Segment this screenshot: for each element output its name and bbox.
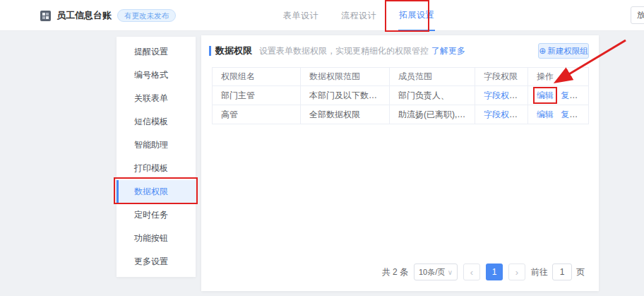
form-identity: 员工信息台账 有更改未发布 (40, 0, 176, 31)
next-page-button[interactable]: › (508, 264, 525, 280)
sidebar-item-print-template[interactable]: 打印模板 (117, 157, 196, 180)
sidebar-item-number-format[interactable]: 编号格式 (117, 64, 196, 87)
field-permission-details-link[interactable]: 字段权限详情 (484, 90, 528, 100)
cell-group-name: 部门主管 (213, 86, 301, 105)
cell-data-scope: 本部门及以下数据权限 (301, 86, 390, 105)
tab-extension-settings[interactable]: 拓展设置 (398, 0, 435, 31)
goto-page-group: 前往 页 (531, 264, 585, 280)
cell-field-perms: 字段权限详情 (475, 105, 528, 124)
header-field-perms: 字段权限 (475, 68, 528, 86)
field-permission-details-link[interactable]: 字段权限详情 (484, 109, 528, 119)
goto-label: 前往 (531, 266, 548, 278)
cell-actions: 编辑 复制 删除 (528, 105, 589, 124)
form-app-icon (40, 11, 51, 21)
table-row: 高管 全部数据权限 助流扬(已离职), 助流进, 助流... 字段权限详情 编辑… (213, 105, 589, 124)
section-description: 设置表单数据权限，实现更精细化的权限管控 (259, 45, 429, 57)
learn-more-link[interactable]: 了解更多 (431, 45, 465, 57)
header-group-name: 权限组名 (213, 68, 301, 86)
page-title: 员工信息台账 (56, 9, 112, 22)
sidebar-item-more-settings[interactable]: 更多设置 (117, 250, 196, 273)
settings-sidebar: 提醒设置 编号格式 关联表单 短信模板 智能助理 打印模板 数据权限 定时任务 … (117, 37, 196, 277)
cell-member-scope: 助流扬(已离职), 助流进, 助流... (390, 105, 475, 124)
tab-process-design[interactable]: 流程设计 (340, 0, 377, 31)
unpublished-changes-badge: 有更改未发布 (117, 9, 176, 22)
total-count-label: 共 2 条 (382, 266, 408, 278)
tab-bar: 表单设计 流程设计 拓展设置 (282, 0, 435, 31)
discard-button[interactable]: 放弃 (631, 6, 644, 24)
sidebar-item-data-permissions[interactable]: 数据权限 (117, 180, 196, 203)
plus-circle-icon: ⊕ (539, 46, 546, 56)
sidebar-item-reminder-settings[interactable]: 提醒设置 (117, 40, 196, 64)
data-permissions-panel: 数据权限 设置表单数据权限，实现更精细化的权限管控 了解更多 ⊕ 新建权限组 权… (201, 35, 599, 291)
sidebar-item-linked-forms[interactable]: 关联表单 (117, 87, 196, 110)
permission-groups-table: 权限组名 数据权限范围 成员范围 字段权限 操作 部门主管 本部门及以下数据权限… (212, 67, 589, 124)
edit-link[interactable]: 编辑 (537, 109, 554, 119)
prev-page-button[interactable]: ‹ (463, 264, 480, 280)
section-accent-bar (209, 46, 211, 56)
chevron-down-icon: ∨ (448, 268, 453, 276)
create-permission-group-button[interactable]: ⊕ 新建权限组 (538, 43, 589, 59)
goto-page-input[interactable] (552, 264, 572, 280)
sidebar-item-smart-assistant[interactable]: 智能助理 (117, 134, 196, 157)
chevron-left-icon: ‹ (470, 267, 473, 278)
create-button-label: 新建权限组 (547, 46, 588, 57)
table-header-row: 权限组名 数据权限范围 成员范围 字段权限 操作 (213, 68, 589, 86)
sidebar-item-sms-template[interactable]: 短信模板 (117, 110, 196, 134)
page-size-select[interactable]: 10条/页 ∨ (414, 264, 458, 280)
header-actions: 操作 (528, 68, 589, 86)
page-size-value: 10条/页 (419, 267, 445, 278)
delete-link[interactable]: 删除 (585, 109, 589, 119)
tab-form-design[interactable]: 表单设计 (282, 0, 319, 31)
section-title: 数据权限 (215, 45, 252, 57)
app-header: 员工信息台账 有更改未发布 表单设计 流程设计 拓展设置 放弃 (0, 0, 644, 31)
table-row: 部门主管 本部门及以下数据权限 部门负责人、 字段权限详情 编辑 复制 删除 (213, 86, 589, 105)
header-data-scope: 数据权限范围 (301, 68, 390, 86)
cell-actions: 编辑 复制 删除 (528, 86, 589, 105)
pagination: 共 2 条 10条/页 ∨ ‹ 1 › 前往 页 (201, 263, 592, 281)
edit-link[interactable]: 编辑 (537, 90, 554, 100)
cell-member-scope: 部门负责人、 (390, 86, 475, 105)
cell-field-perms: 字段权限详情 (475, 86, 528, 105)
copy-link[interactable]: 复制 (561, 109, 578, 119)
cell-data-scope: 全部数据权限 (301, 105, 390, 124)
copy-link[interactable]: 复制 (561, 90, 578, 100)
delete-link[interactable]: 删除 (585, 90, 589, 100)
chevron-right-icon: › (515, 267, 518, 278)
sidebar-item-function-buttons[interactable]: 功能按钮 (117, 227, 196, 250)
section-header: 数据权限 设置表单数据权限，实现更精细化的权限管控 了解更多 (209, 44, 465, 58)
page-number-button[interactable]: 1 (486, 264, 503, 280)
header-member-scope: 成员范围 (390, 68, 475, 86)
cell-group-name: 高管 (213, 105, 301, 124)
goto-page-unit-label: 页 (576, 266, 585, 278)
sidebar-item-scheduled-tasks[interactable]: 定时任务 (117, 203, 196, 227)
